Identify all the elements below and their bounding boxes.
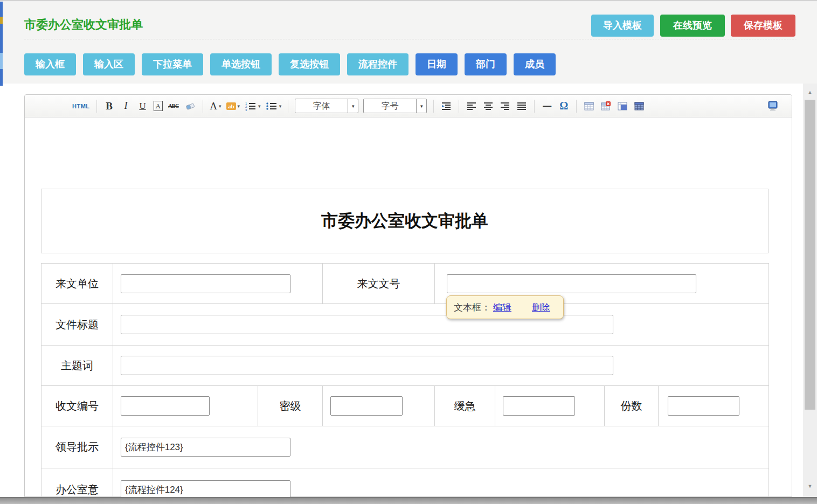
align-left-button[interactable]: [466, 99, 477, 114]
widget-button-radio[interactable]: 单选按钮: [210, 53, 272, 75]
cell-incoming-unit: [113, 264, 323, 304]
scroll-up-arrow-icon[interactable]: ▲: [803, 87, 817, 98]
table-row: 主题词: [41, 346, 769, 386]
chevron-down-icon: ▾: [279, 103, 282, 109]
table-row: 领导批示: [41, 426, 769, 468]
strip-mark: [0, 17, 3, 24]
widget-button-row: 输入框 输入区 下拉菜单 单选按钮 复选按钮 流程控件 日期 部门 成员: [24, 53, 556, 75]
cell-secrecy-level: [323, 386, 435, 426]
align-left-icon: [467, 102, 476, 111]
align-center-button[interactable]: [482, 99, 494, 114]
widget-button-input-area[interactable]: 输入区: [83, 53, 135, 75]
vertical-scrollbar[interactable]: ▲ ▼: [803, 84, 817, 497]
indent-button[interactable]: [440, 99, 452, 114]
leader-comments-input[interactable]: [121, 438, 290, 457]
font-size-label: 字号: [364, 99, 416, 113]
ordered-list-icon: 1 2 3: [245, 101, 257, 111]
widget-button-dropdown[interactable]: 下拉菜单: [142, 53, 203, 75]
font-size-select[interactable]: 字号 ▾: [363, 99, 427, 113]
chevron-down-icon: ▾: [238, 103, 240, 109]
eraser-icon: [185, 102, 196, 111]
align-justify-button[interactable]: [516, 99, 528, 114]
cell-subject-words: [113, 346, 769, 386]
toolbar-separator: [203, 100, 203, 113]
widget-button-department[interactable]: 部门: [465, 53, 507, 75]
chevron-down-icon: ▾: [219, 103, 221, 109]
form-title: 市委办公室收文审批单: [321, 211, 488, 230]
fullscreen-button[interactable]: [767, 99, 779, 114]
highlight-color-button[interactable]: ab ▾: [226, 99, 240, 114]
font-color-letter: A: [210, 100, 217, 112]
chevron-down-icon: ▾: [416, 99, 426, 113]
receipt-number-input[interactable]: [121, 396, 210, 416]
toolbar-separator: [576, 100, 577, 113]
import-template-button[interactable]: 导入模板: [591, 15, 654, 37]
left-edge-strip: [0, 2, 3, 86]
online-preview-button[interactable]: 在线预览: [660, 15, 725, 37]
page-title: 市委办公室收文审批单: [24, 17, 143, 33]
svg-text:3: 3: [245, 108, 247, 111]
label-leader-comments: 领导批示: [41, 426, 113, 468]
editor-toolbar: HTML B I U A ABC A: [25, 95, 792, 118]
window-bottom-edge: [0, 497, 817, 504]
label-secrecy-level: 密级: [258, 386, 323, 426]
toolbar-separator: [96, 100, 97, 113]
cell-document-title: [113, 304, 769, 346]
table-row: 来文单位 来文文号: [41, 264, 769, 304]
cell-receipt-number: [113, 386, 258, 426]
strikethrough-button[interactable]: ABC: [168, 99, 179, 114]
scroll-down-arrow-icon[interactable]: ▼: [803, 481, 817, 492]
widget-button-member[interactable]: 成员: [514, 53, 556, 75]
label-subject-words: 主题词: [41, 346, 113, 386]
tooltip-label: 文本框：: [454, 301, 490, 314]
label-urgency: 缓急: [435, 386, 495, 426]
widget-button-flow-control[interactable]: 流程控件: [347, 53, 408, 75]
align-justify-icon: [517, 102, 527, 111]
source-code-button[interactable]: HTML: [72, 99, 90, 114]
table-cell-properties-button[interactable]: [617, 99, 628, 114]
unordered-list-button[interactable]: ▾: [266, 99, 282, 114]
incoming-unit-input[interactable]: [121, 274, 290, 293]
ordered-list-button[interactable]: 1 2 3 ▾: [245, 99, 261, 114]
widget-button-input-box[interactable]: 输入框: [24, 53, 76, 75]
dashed-divider: [24, 39, 797, 39]
edit-field-link[interactable]: 编辑: [493, 301, 511, 314]
font-family-select[interactable]: 字体 ▾: [295, 99, 358, 113]
align-center-icon: [483, 102, 493, 111]
table-row: 文件标题: [41, 304, 769, 346]
secrecy-level-input[interactable]: [330, 396, 403, 416]
cell-leader-comments: [113, 426, 769, 468]
save-template-button[interactable]: 保存模板: [731, 15, 795, 37]
horizontal-rule-button[interactable]: —: [541, 99, 553, 114]
page: 市委办公室收文审批单 导入模板 在线预览 保存模板 输入框 输入区 下拉菜单 单…: [0, 0, 817, 504]
font-color-button[interactable]: A ▾: [210, 99, 221, 114]
widget-button-checkbox[interactable]: 复选按钮: [279, 53, 340, 75]
form-table: 来文单位 来文文号 文件标题: [41, 263, 769, 504]
urgency-input[interactable]: [503, 396, 575, 416]
scrollbar-thumb[interactable]: [805, 100, 815, 410]
insert-table-button[interactable]: [583, 99, 595, 114]
italic-button[interactable]: I: [120, 99, 132, 114]
table-properties-button[interactable]: [633, 99, 645, 114]
font-style-button[interactable]: A: [154, 101, 163, 111]
label-receipt-number: 收文编号: [41, 386, 113, 426]
rich-text-editor: HTML B I U A ABC A: [24, 94, 792, 497]
align-right-button[interactable]: [499, 99, 511, 114]
label-copies: 份数: [605, 386, 659, 426]
bold-button[interactable]: B: [103, 99, 115, 114]
incoming-doc-number-input[interactable]: [447, 274, 696, 293]
special-character-button[interactable]: Ω: [558, 99, 570, 114]
underline-button[interactable]: U: [137, 99, 149, 114]
remove-format-button[interactable]: [184, 99, 196, 114]
editor-document[interactable]: 市委办公室收文审批单 来文单位 来文文号: [25, 189, 792, 504]
copies-input[interactable]: [668, 396, 739, 416]
table-icon: [584, 101, 594, 111]
subject-words-input[interactable]: [121, 356, 613, 375]
widget-button-date[interactable]: 日期: [416, 53, 458, 75]
table-delete-icon: [601, 101, 611, 111]
toolbar-separator: [534, 100, 535, 113]
delete-field-link[interactable]: 删除: [532, 301, 550, 314]
delete-table-button[interactable]: [600, 99, 612, 114]
label-incoming-unit: 来文单位: [41, 264, 113, 304]
office-opinion-input[interactable]: [121, 480, 290, 499]
